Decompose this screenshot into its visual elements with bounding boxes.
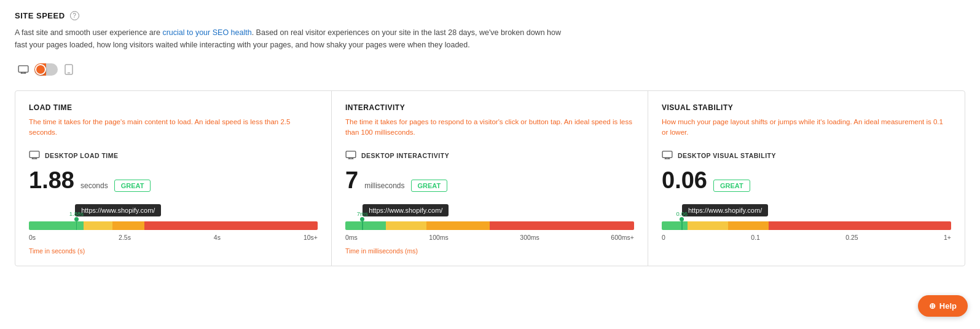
- help-icon[interactable]: ?: [70, 11, 79, 20]
- bar-segment-yellow: [386, 221, 426, 230]
- chart-bar-container-load-time: 1.88s: [29, 221, 318, 230]
- axis-label: 300ms: [520, 234, 539, 241]
- bar-segment-orange: [728, 221, 769, 230]
- marker-dot-load-time: [74, 217, 79, 221]
- time-label-interactivity: Time in milliseconds (ms): [345, 247, 634, 255]
- marker-line-interactivity: [362, 221, 363, 230]
- svg-rect-14: [662, 151, 672, 157]
- metric-card-interactivity: INTERACTIVITY The time it takes for page…: [332, 91, 648, 266]
- axis-label: 0ms: [345, 234, 358, 241]
- page-title: SITE SPEED: [15, 11, 65, 20]
- bar-segment-red: [490, 221, 634, 230]
- device-label-text-visual-stability: DESKTOP VISUAL STABILITY: [678, 152, 776, 159]
- chart-area-visual-stability: https://www.shopify.com/ 0.06 00.10.251+: [662, 204, 951, 241]
- svg-rect-10: [346, 151, 356, 157]
- chart-tooltip-load-time: https://www.shopify.com/: [75, 204, 161, 216]
- time-label-load-time: Time in seconds (s): [29, 247, 318, 255]
- chart-bar-container-visual-stability: 0.06: [662, 221, 951, 230]
- chart-tooltip-visual-stability: https://www.shopify.com/: [682, 204, 768, 216]
- marker-dot-visual-stability: [680, 217, 684, 221]
- device-label-row-interactivity: DESKTOP INTERACTIVITY: [345, 151, 634, 161]
- chart-marker-visual-stability: 0.06: [676, 210, 688, 230]
- bar-segment-orange: [426, 221, 490, 230]
- metric-desc-interactivity: The time it takes for pages to respond t…: [345, 117, 634, 138]
- bar-segment-red: [769, 221, 951, 230]
- axis-label: 0.25: [845, 234, 858, 241]
- axis-label: 1+: [944, 234, 951, 241]
- chart-area-interactivity: https://www.shopify.com/ 7ms 0ms100ms300…: [345, 204, 634, 255]
- page-description: A fast site and smooth user experience a…: [15, 26, 568, 51]
- axis-label: 600ms+: [611, 234, 634, 241]
- metric-unit-load-time: seconds: [80, 181, 108, 190]
- metric-title-visual-stability: VISUAL STABILITY: [662, 103, 951, 112]
- desc-link[interactable]: crucial to your SEO health: [162, 28, 251, 37]
- axis-label: 0s: [29, 234, 36, 241]
- toggle-knob: [35, 64, 46, 75]
- device-label-row-visual-stability: DESKTOP VISUAL STABILITY: [662, 151, 951, 161]
- metric-title-load-time: LOAD TIME: [29, 103, 318, 112]
- metric-value-row-interactivity: 7 milliseconds GREAT: [345, 168, 634, 192]
- metric-desc-load-time: The time it takes for the page's main co…: [29, 117, 318, 138]
- bar-segment-red: [144, 221, 318, 230]
- metric-value-visual-stability: 0.06: [662, 168, 707, 192]
- chart-bar-interactivity: [345, 221, 634, 230]
- toggle-track[interactable]: [34, 63, 58, 76]
- device-icon-visual-stability: [662, 151, 673, 161]
- metric-badge-load-time: GREAT: [114, 180, 151, 192]
- device-label-text-interactivity: DESKTOP INTERACTIVITY: [361, 152, 449, 159]
- chart-bar-visual-stability: [662, 221, 951, 230]
- metric-value-row-visual-stability: 0.06 GREAT: [662, 168, 951, 192]
- device-toggle-switch[interactable]: [34, 63, 58, 76]
- marker-line-load-time: [76, 221, 77, 230]
- chart-marker-load-time: 1.88s: [69, 210, 84, 230]
- bar-segment-yellow: [688, 221, 728, 230]
- axis-label: 0.1: [751, 234, 760, 241]
- chart-labels-load-time: 0s2.5s4s10s+: [29, 234, 318, 241]
- device-label-row-load-time: DESKTOP LOAD TIME: [29, 151, 318, 161]
- device-label-text-load-time: DESKTOP LOAD TIME: [45, 152, 119, 159]
- title-row: SITE SPEED ?: [15, 11, 965, 20]
- axis-label: 2.5s: [119, 234, 131, 241]
- marker-line-visual-stability: [681, 221, 683, 230]
- svg-rect-0: [18, 66, 28, 73]
- chart-marker-interactivity: 7ms: [357, 210, 368, 230]
- metric-unit-interactivity: milliseconds: [364, 181, 404, 190]
- marker-label-interactivity: 7ms: [357, 210, 368, 217]
- axis-label: 10s+: [304, 234, 318, 241]
- metric-card-visual-stability: VISUAL STABILITY How much your page layo…: [648, 91, 965, 266]
- marker-dot-interactivity: [360, 217, 364, 221]
- marker-label-visual-stability: 0.06: [676, 210, 688, 217]
- desktop-device-icon[interactable]: [15, 61, 32, 78]
- device-toggle: [15, 61, 965, 78]
- metric-value-load-time: 1.88: [29, 168, 74, 192]
- axis-label: 4s: [214, 234, 221, 241]
- metric-badge-interactivity: GREAT: [411, 180, 448, 192]
- desc-part1: A fast site and smooth user experience a…: [15, 28, 162, 37]
- marker-label-load-time: 1.88s: [69, 210, 84, 217]
- chart-bar-container-interactivity: 7ms: [345, 221, 634, 230]
- chart-area-load-time: https://www.shopify.com/ 1.88s 0s2.5s4s1…: [29, 204, 318, 255]
- device-icon-interactivity: [345, 151, 356, 161]
- chart-tooltip-interactivity: https://www.shopify.com/: [363, 204, 449, 216]
- page-container: SITE SPEED ? A fast site and smooth user…: [0, 0, 980, 277]
- device-icon-load-time: [29, 151, 40, 161]
- metric-card-load-time: LOAD TIME The time it takes for the page…: [15, 91, 332, 266]
- bar-segment-yellow: [84, 221, 112, 230]
- metric-desc-visual-stability: How much your page layout shifts or jump…: [662, 117, 951, 138]
- metrics-grid: LOAD TIME The time it takes for the page…: [15, 90, 965, 266]
- bar-segment-orange: [112, 221, 144, 230]
- axis-label: 0: [662, 234, 665, 241]
- mobile-device-icon[interactable]: [60, 61, 77, 78]
- chart-labels-visual-stability: 00.10.251+: [662, 234, 951, 241]
- svg-rect-6: [29, 151, 39, 157]
- metric-title-interactivity: INTERACTIVITY: [345, 103, 634, 112]
- metric-value-interactivity: 7: [345, 168, 358, 192]
- axis-label: 100ms: [429, 234, 449, 241]
- chart-labels-interactivity: 0ms100ms300ms600ms+: [345, 234, 634, 241]
- metric-badge-visual-stability: GREAT: [713, 180, 750, 192]
- metric-value-row-load-time: 1.88 seconds GREAT: [29, 168, 318, 192]
